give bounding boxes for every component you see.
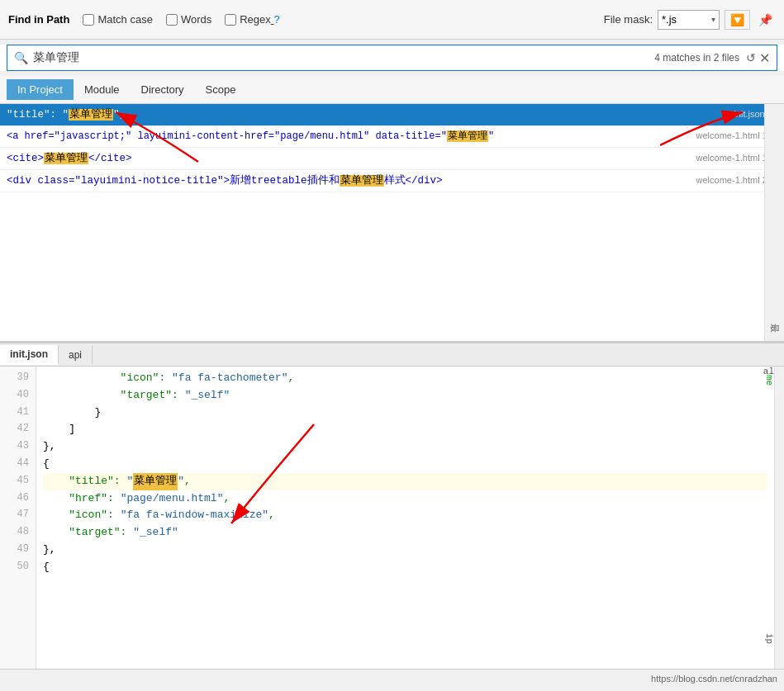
result-row[interactable]: <div class="layuimini-notice-title">新增tr… [0, 170, 784, 192]
code-highlight: 菜单管理 [133, 473, 178, 490]
right-edge-panel: 最 [764, 104, 784, 341]
editor-body: 39 40 41 42 43 44 45 46 47 48 49 50 "ico… [0, 367, 784, 669]
search-bar: 🔍 4 matches in 2 files ↺ ✕ [7, 45, 777, 71]
regex-label: Regex ? [240, 13, 279, 26]
refresh-icon[interactable]: ↺ [746, 51, 756, 64]
filter-button[interactable]: 🔽 [725, 10, 750, 30]
code-line: } [43, 405, 767, 422]
code-line: ] [43, 421, 767, 438]
search-input[interactable] [33, 51, 654, 64]
result-row[interactable]: <cite>菜单管理</cite> welcome-1.html 119 [0, 148, 784, 170]
regex-checkbox-label[interactable]: Regex ? [225, 13, 279, 26]
result-text-1: "title": " [7, 109, 69, 121]
file-mask-wrapper: ▾ [658, 10, 720, 30]
editor-panel: init.json api 39 40 41 42 43 44 45 46 47… [0, 343, 784, 687]
code-line: "target": "_self" [43, 524, 767, 542]
editor-tabs: init.json api [0, 343, 784, 367]
toolbar-title: Find in Path [8, 13, 69, 26]
words-label: Words [181, 13, 211, 26]
editor-tab-init-json[interactable]: init.json [0, 345, 59, 365]
match-case-checkbox[interactable] [83, 14, 94, 26]
right-label-editor-bottom: ip [764, 633, 774, 644]
result-highlight-1: 菜单管理 [69, 109, 113, 121]
code-line-highlighted: "title": "菜单管理", [43, 473, 767, 490]
code-line: "href": "page/menu.html", [43, 490, 767, 508]
result-content: <cite>菜单管理</cite> [7, 150, 690, 167]
code-line: "target": "_self" [43, 387, 767, 405]
code-line: }, [43, 438, 767, 456]
line-numbers: 39 40 41 42 43 44 45 46 47 48 49 50 [0, 367, 36, 669]
tab-in-project[interactable]: In Project [7, 79, 74, 100]
right-label-bottom: 最 [768, 324, 781, 333]
result-highlight-4: 菜单管理 [340, 175, 384, 187]
file-mask-label: File mask: [604, 13, 653, 26]
code-line: { [43, 456, 767, 473]
regex-help-icon[interactable]: ? [273, 13, 279, 26]
words-checkbox[interactable] [166, 14, 178, 26]
code-area[interactable]: "icon": "fa fa-tachometer", "target": "_… [36, 367, 774, 669]
editor-scrollbar[interactable] [774, 367, 784, 669]
tab-module[interactable]: Module [74, 79, 131, 100]
file-mask-section: File mask: ▾ 🔽 📌 [604, 10, 776, 30]
code-line: }, [43, 542, 767, 559]
result-content: "title": "菜单管理", [7, 106, 727, 123]
pin-button[interactable]: 📌 [755, 12, 776, 28]
search-bar-container: 🔍 4 matches in 2 files ↺ ✕ [0, 45, 784, 71]
regex-checkbox[interactable] [225, 14, 236, 26]
result-highlight-3: 菜单管理 [44, 153, 88, 164]
status-url: https://blog.csdn.net/cnradzhan [651, 674, 777, 684]
editor-tab-api[interactable]: api [59, 346, 93, 364]
code-line: "icon": "fa fa-tachometer", [43, 370, 767, 387]
result-content: <a href="javascript;" layuimini-content-… [7, 129, 690, 144]
status-bar: https://blog.csdn.net/cnradzhan [0, 669, 784, 687]
match-case-checkbox-label[interactable]: Match case [83, 13, 152, 26]
tab-directory[interactable]: Directory [131, 79, 195, 100]
code-line: "icon": "fa fa-window-maximize", [43, 507, 767, 524]
scope-tabs: In Project Module Directory Scope [0, 76, 784, 104]
match-case-label: Match case [97, 13, 152, 26]
results-panel: "title": "菜单管理", init.json 45 <a href="j… [0, 104, 784, 343]
result-highlight-2: 菜单管理 [447, 130, 488, 142]
search-count: 4 matches in 2 files [654, 52, 739, 64]
chevron-down-icon[interactable]: ▾ [708, 13, 719, 26]
find-in-path-toolbar: Find in Path Match case Words Regex ? Fi… [0, 0, 784, 40]
result-row[interactable]: <a href="javascript;" layuimini-content-… [0, 126, 784, 148]
close-icon[interactable]: ✕ [759, 50, 770, 66]
result-text-2: ", [113, 109, 126, 121]
file-mask-input[interactable] [658, 11, 708, 29]
words-checkbox-label[interactable]: Words [166, 13, 211, 26]
right-label-editor-al: al [763, 367, 774, 376]
code-line: { [43, 559, 767, 576]
result-row[interactable]: "title": "菜单管理", init.json 45 [0, 104, 784, 126]
search-icon: 🔍 [14, 51, 28, 64]
result-content: <div class="layuimini-notice-title">新增tr… [7, 173, 690, 189]
tab-scope[interactable]: Scope [195, 79, 247, 100]
